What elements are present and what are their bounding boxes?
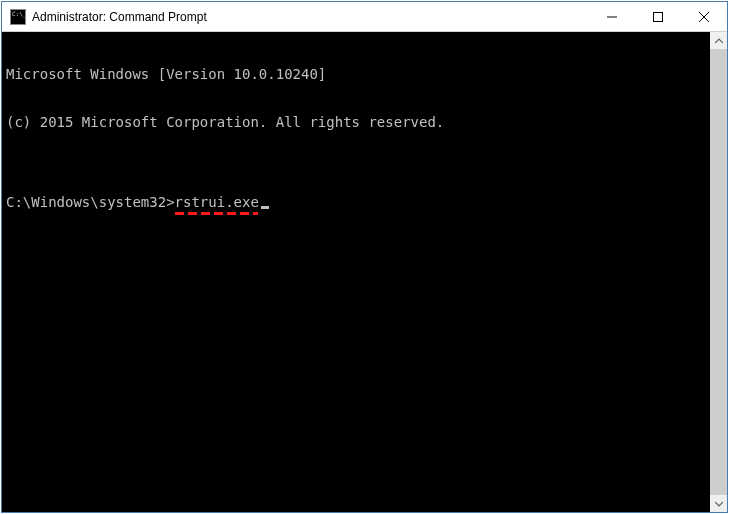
- maximize-button[interactable]: [635, 2, 681, 31]
- scroll-thumb[interactable]: [710, 49, 727, 495]
- scroll-track[interactable]: [710, 49, 727, 495]
- minimize-button[interactable]: [589, 2, 635, 31]
- version-line: Microsoft Windows [Version 10.0.10240]: [6, 66, 710, 82]
- prompt-line: C:\Windows\system32>rstrui.exe: [6, 194, 710, 210]
- terminal-output[interactable]: Microsoft Windows [Version 10.0.10240] (…: [2, 32, 710, 512]
- svg-rect-1: [654, 12, 663, 21]
- copyright-line: (c) 2015 Microsoft Corporation. All righ…: [6, 114, 710, 130]
- highlight-underline: [175, 212, 258, 215]
- window-controls: [589, 2, 727, 31]
- chevron-down-icon: [715, 500, 723, 508]
- command-prompt-window: Administrator: Command Prompt Mic: [1, 1, 728, 513]
- client-area: Microsoft Windows [Version 10.0.10240] (…: [2, 32, 727, 512]
- prompt-text: C:\Windows\system32>: [6, 194, 175, 210]
- minimize-icon: [607, 12, 617, 22]
- titlebar[interactable]: Administrator: Command Prompt: [2, 2, 727, 32]
- cmd-icon: [10, 9, 26, 25]
- cursor: [261, 206, 269, 209]
- close-icon: [699, 12, 709, 22]
- chevron-up-icon: [715, 37, 723, 45]
- scroll-down-button[interactable]: [710, 495, 727, 512]
- maximize-icon: [653, 12, 663, 22]
- command-wrap: rstrui.exe: [175, 194, 269, 210]
- command-text: rstrui.exe: [175, 194, 259, 210]
- scroll-up-button[interactable]: [710, 32, 727, 49]
- window-title: Administrator: Command Prompt: [32, 10, 589, 24]
- close-button[interactable]: [681, 2, 727, 31]
- vertical-scrollbar[interactable]: [710, 32, 727, 512]
